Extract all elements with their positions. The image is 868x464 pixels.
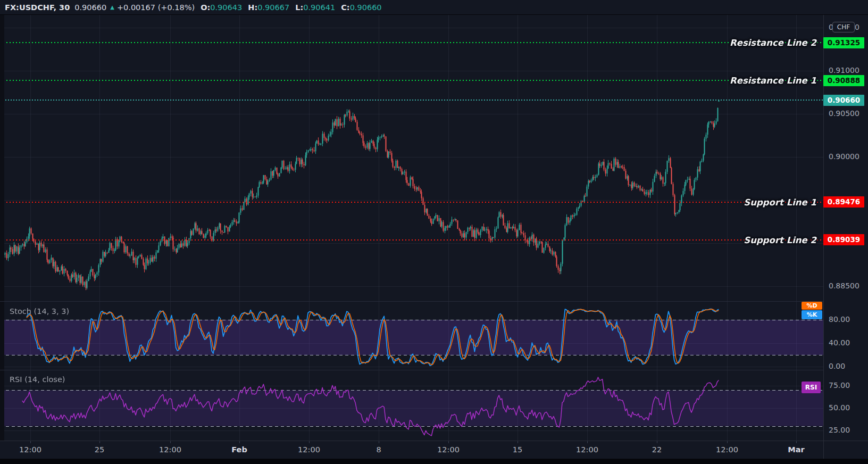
price-axis[interactable]: CHF 0.915000.910000.905000.900000.895000… (823, 15, 868, 441)
current-price-line[interactable] (0, 100, 823, 101)
support-1-badge: 0.89476 (823, 196, 864, 208)
time-axis-tick (657, 441, 657, 443)
rsi-axis-label: 25.00 (829, 426, 850, 434)
high-label: H: (248, 3, 257, 12)
currency-chf-button[interactable]: CHF (832, 22, 855, 32)
axis-border (823, 441, 824, 459)
time-axis-tick (239, 441, 240, 443)
time-axis-label: 15 (513, 445, 522, 454)
support-2-badge: 0.89039 (823, 234, 864, 245)
price-change: +0.00167 (+0.18%) (117, 3, 195, 12)
close-label: C: (341, 3, 349, 12)
support-1-line[interactable] (0, 202, 823, 203)
support-2-label[interactable]: Support Line 2 (744, 235, 816, 245)
pane-divider[interactable] (0, 301, 823, 302)
close-value: 0.90660 (350, 3, 382, 12)
time-axis-label: 12:00 (437, 445, 460, 454)
time-axis-tick (309, 441, 310, 443)
last-price: 0.90660 (74, 3, 106, 12)
resistance-1-line[interactable] (0, 80, 823, 81)
current-price-badge: 0.90660 (823, 95, 864, 106)
time-axis-label: 22 (652, 445, 662, 454)
price-axis-label: 0.91000 (829, 66, 859, 74)
price-axis-label: 0.90500 (829, 109, 859, 118)
time-axis-label: 8 (376, 445, 381, 454)
time-axis-tick (518, 441, 518, 443)
time-axis-label: Feb (231, 445, 247, 454)
time-axis-tick (727, 441, 728, 443)
stoch-axis-label: 0.00 (829, 362, 845, 370)
resistance-1-badge: 0.90888 (823, 75, 864, 86)
time-axis-label: 12:00 (716, 445, 738, 454)
price-axis-label: 0.88500 (829, 281, 859, 290)
stoch-indicator-title[interactable]: Stoch (14, 3, 3) (10, 307, 69, 316)
resistance-2-line[interactable] (0, 42, 823, 43)
chart-area: Stoch (14, 3, 3) RSI (14, close) %D %K R… (0, 15, 868, 441)
time-axis-label: 25 (95, 445, 104, 454)
time-axis-label: 12:00 (159, 445, 181, 454)
pane-divider[interactable] (0, 370, 823, 370)
stoch-axis-label: 40.00 (829, 338, 850, 347)
price-axis-label: 0.90000 (829, 152, 859, 161)
time-axis-label: 12:00 (19, 445, 41, 454)
time-axis-tick (587, 441, 588, 443)
rsi-axis-label: 75.00 (829, 381, 850, 390)
open-value: 0.90643 (210, 3, 242, 12)
time-axis-tick (30, 441, 31, 443)
trading-chart-window: FX:USDCHF, 30 0.90660 ▲ +0.00167 (+0.18%… (0, 0, 868, 464)
time-axis-tick (170, 441, 171, 443)
time-axis-tick (796, 441, 797, 443)
support-1-label[interactable]: Support Line 1 (744, 197, 816, 207)
time-axis-tick (448, 441, 449, 443)
open-label: O: (201, 3, 210, 12)
stoch-axis-label: 80.00 (829, 315, 850, 324)
rsi-indicator-title[interactable]: RSI (14, close) (10, 375, 65, 384)
time-axis-tick (379, 441, 379, 443)
symbol-info-bar: FX:USDCHF, 30 0.90660 ▲ +0.00167 (+0.18%… (0, 0, 868, 14)
time-axis-tick (99, 441, 100, 443)
time-axis-label: 12:00 (298, 445, 320, 454)
time-axis-label: Mar (788, 445, 804, 454)
up-triangle-icon: ▲ (110, 4, 114, 10)
support-2-line[interactable] (0, 239, 823, 241)
high-value: 0.90667 (257, 3, 289, 12)
rsi-axis-label: 50.00 (829, 403, 850, 412)
stoch-k-value-badge: %K (802, 310, 822, 319)
main-price-pane-canvas[interactable] (0, 15, 823, 301)
resistance-2-label[interactable]: Resistance Line 2 (730, 38, 816, 48)
time-axis[interactable]: 12:002512:00Feb12:00812:001512:002212:00… (0, 441, 868, 459)
stoch-d-value-badge: %D (802, 302, 822, 310)
resistance-2-badge: 0.91325 (823, 37, 864, 48)
rsi-value-badge: RSI (802, 382, 821, 393)
stochastic-pane-canvas[interactable] (0, 301, 823, 370)
symbol-button[interactable]: FX:USDCHF, 30 (5, 3, 70, 12)
low-label: L: (295, 3, 303, 12)
resistance-1-label[interactable]: Resistance Line 1 (730, 76, 816, 86)
time-axis-label: 12:00 (576, 445, 598, 454)
low-value: 0.90641 (303, 3, 335, 12)
rsi-pane-canvas[interactable] (0, 370, 823, 441)
chart-left-margin (0, 15, 4, 459)
